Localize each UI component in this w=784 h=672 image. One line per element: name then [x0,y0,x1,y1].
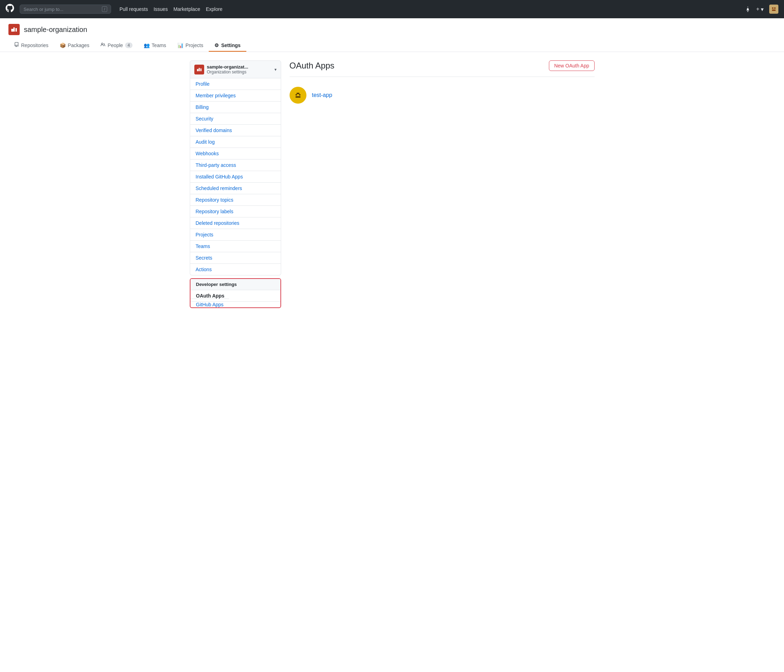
org-title: sample-organization [8,24,776,35]
chevron-down-icon: ▾ [274,67,277,72]
user-avatar[interactable] [769,5,778,14]
packages-icon: 📦 [60,42,66,48]
search-input[interactable] [23,7,99,12]
issues-link[interactable]: Issues [154,6,168,12]
marketplace-link[interactable]: Marketplace [173,6,200,12]
caret-icon: ▾ [761,6,764,12]
svg-rect-14 [297,93,299,94]
projects-icon: 📊 [177,42,184,48]
settings-label: Settings [221,42,240,48]
content-header: OAuth Apps New OAuth App [289,61,594,77]
developer-settings-header: Developer settings [190,279,280,290]
svg-rect-13 [296,96,300,98]
svg-rect-1 [772,8,773,9]
sidebar-item-projects[interactable]: Projects [190,229,281,241]
sidebar-item-security[interactable]: Security [190,113,281,125]
new-oauth-app-button[interactable]: New OAuth App [549,61,594,71]
svg-point-10 [293,90,303,100]
nav-people[interactable]: People 4 [95,39,138,52]
people-label: People [107,42,123,48]
org-nav: Repositories 📦 Packages People 4 👥 Teams… [8,39,776,52]
app-avatar [289,87,306,104]
navbar: / Pull requests Issues Marketplace Explo… [0,0,784,18]
sidebar: sample-organizat... Organization setting… [190,61,281,308]
sidebar-item-scheduled-reminders[interactable]: Scheduled reminders [190,183,281,194]
svg-rect-9 [200,68,201,71]
svg-rect-11 [296,94,297,96]
sidebar-item-member-privileges[interactable]: Member privileges [190,90,281,101]
main-content: OAuth Apps New OAuth App test-app [289,61,594,308]
sidebar-org-sub: Organization settings [207,70,272,74]
slash-badge: / [102,6,107,12]
sidebar-item-third-party-access[interactable]: Third-party access [190,160,281,171]
notifications-button[interactable] [745,6,751,12]
sidebar-item-webhooks[interactable]: Webhooks [190,148,281,160]
svg-rect-0 [771,6,776,12]
new-menu-button[interactable]: + ▾ [756,6,764,12]
packages-label: Packages [68,42,89,48]
sidebar-item-github-apps[interactable]: GitHub Apps [190,299,229,308]
sidebar-item-repository-topics[interactable]: Repository topics [190,194,281,206]
sidebar-item-profile[interactable]: Profile [190,78,281,90]
app-list-item: test-app [289,82,594,108]
navbar-right: + ▾ [745,5,778,14]
main-layout: sample-organizat... Organization setting… [181,52,603,317]
svg-rect-12 [299,94,300,96]
sidebar-item-deleted-repositories[interactable]: Deleted repositories [190,217,281,229]
repositories-icon [14,42,19,48]
sidebar-item-verified-domains[interactable]: Verified domains [190,125,281,136]
sidebar-item-secrets[interactable]: Secrets [190,252,281,264]
navbar-links: Pull requests Issues Marketplace Explore [120,6,222,12]
sidebar-item-installed-github-apps[interactable]: Installed GitHub Apps [190,171,281,183]
svg-rect-2 [774,8,776,9]
nav-settings[interactable]: ⚙ Settings [209,39,246,52]
search-bar[interactable]: / [20,5,111,14]
github-logo-icon[interactable] [6,4,14,14]
repositories-label: Repositories [21,42,48,48]
sidebar-item-repository-labels[interactable]: Repository labels [190,206,281,217]
svg-rect-5 [13,27,15,32]
org-header: sample-organization Repositories 📦 Packa… [0,18,784,52]
svg-rect-4 [11,29,13,32]
svg-rect-8 [199,68,200,71]
nav-teams[interactable]: 👥 Teams [138,39,172,52]
sidebar-item-audit-log[interactable]: Audit log [190,136,281,148]
sidebar-org-name: sample-organizat... [207,64,272,70]
sidebar-org-header[interactable]: sample-organizat... Organization setting… [190,61,281,78]
people-icon [101,42,106,48]
sidebar-nav: Profile Member privileges Billing Securi… [190,78,281,275]
teams-label: Teams [152,42,166,48]
pull-requests-link[interactable]: Pull requests [120,6,148,12]
nav-packages[interactable]: 📦 Packages [54,39,95,52]
app-name-link[interactable]: test-app [312,92,333,98]
svg-rect-6 [16,28,17,32]
org-name: sample-organization [24,26,87,34]
org-avatar [8,24,20,35]
plus-icon: + [756,6,759,12]
developer-settings-section: Developer settings OAuth Apps GitHub App… [190,278,281,308]
nav-repositories[interactable]: Repositories [8,39,54,52]
people-badge: 4 [125,42,132,48]
sidebar-item-billing[interactable]: Billing [190,101,281,113]
projects-label: Projects [185,42,204,48]
sidebar-org-avatar [194,65,204,74]
svg-rect-7 [197,69,198,71]
sidebar-org-info: sample-organizat... Organization setting… [207,64,272,74]
nav-projects[interactable]: 📊 Projects [172,39,209,52]
svg-rect-3 [772,9,776,11]
settings-icon: ⚙ [215,42,219,48]
explore-link[interactable]: Explore [206,6,222,12]
page-title: OAuth Apps [289,61,334,71]
teams-icon: 👥 [144,42,150,48]
sidebar-item-actions[interactable]: Actions [190,264,281,275]
sidebar-item-teams[interactable]: Teams [190,241,281,252]
